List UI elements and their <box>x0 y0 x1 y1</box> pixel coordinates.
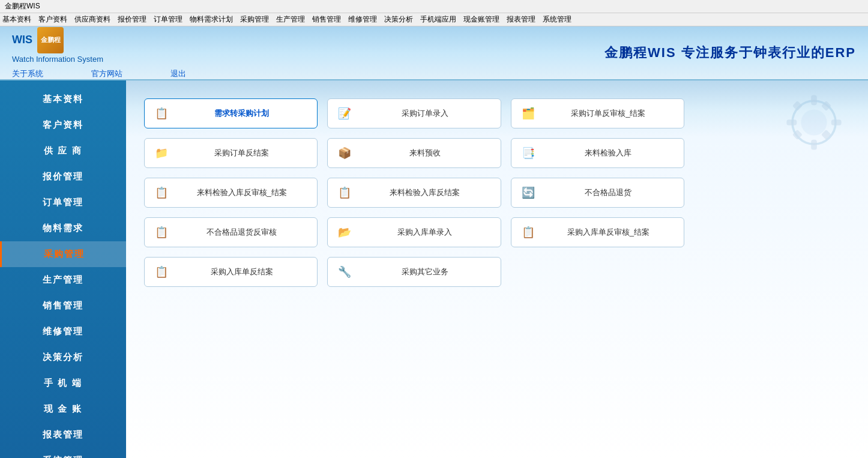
btn-caigou-ruku-fanshen[interactable]: 📋 采购入库单反审核_结案 <box>511 217 684 247</box>
btn-caigou-fanjie[interactable]: 📁 采购订单反结案 <box>144 138 318 168</box>
btn-icon-buhege-tuihuo: 🔄 <box>520 184 537 201</box>
svg-point-1 <box>801 109 827 135</box>
main-layout: 基本资料 客户资料 供 应 商 报价管理 订单管理 物料需求 采购管理 生产管理… <box>0 80 868 458</box>
menu-shouji[interactable]: 手机端应用 <box>420 14 456 25</box>
btn-icon-lailiao-fanshen: 📋 <box>153 184 170 201</box>
btn-buhege-tuihuo[interactable]: 🔄 不合格品退货 <box>511 178 684 208</box>
menu-shengchan[interactable]: 生产管理 <box>276 14 305 25</box>
btn-icon-caigou-fanjie: 📁 <box>153 145 170 161</box>
sidebar-item-jibenzi[interactable]: 基本资料 <box>0 86 126 112</box>
btn-label-lailiao-fanshen: 来料检验入库反审核_结案 <box>175 187 309 198</box>
sidebar-item-weixiu[interactable]: 维修管理 <box>0 319 126 345</box>
nav-logout[interactable]: 退出 <box>170 68 186 79</box>
gear-decoration <box>778 86 850 158</box>
header-left: WIS 金鹏程 Watch Information System 关于系统 官方… <box>12 27 186 79</box>
header-tagline: 金鹏程WIS 专注服务于钟表行业的ERP <box>604 44 856 62</box>
btn-lailiao-fanshen-jie[interactable]: 📋 来料检验入库反审核_结案 <box>144 178 318 208</box>
btn-label-xuqiu: 需求转采购计划 <box>175 108 309 119</box>
sidebar-item-dingdan[interactable]: 订单管理 <box>0 190 126 215</box>
btn-icon-caigou-ruku: 📂 <box>336 224 353 241</box>
btn-label-caigou-dingdan: 采购订单录入 <box>358 108 492 119</box>
sidebar-item-wuliao[interactable]: 物料需求 <box>0 215 126 241</box>
menu-gongyingshang[interactable]: 供应商资料 <box>74 14 110 25</box>
btn-label-lailiao-jianyan: 来料检验入库 <box>541 148 675 158</box>
sidebar-item-baobiao[interactable]: 报表管理 <box>0 422 126 448</box>
menu-caigou[interactable]: 采购管理 <box>240 14 269 25</box>
title-text: 金鹏程WIS <box>5 1 40 11</box>
title-bar: 金鹏程WIS <box>0 0 868 13</box>
menu-baojia[interactable]: 报价管理 <box>118 14 146 25</box>
sidebar-item-kehu[interactable]: 客户资料 <box>0 112 126 138</box>
btn-caigou-dingdan[interactable]: 📝 采购订单录入 <box>327 98 501 128</box>
btn-caigou-ruku-fanjie[interactable]: 📋 采购入库单反结案 <box>144 257 318 287</box>
sidebar-item-caigou[interactable]: 采购管理 <box>0 241 126 267</box>
btn-label-buhege-fanshen: 不合格品退货反审核 <box>175 227 309 238</box>
btn-label-lailiao-fanjie: 来料检验入库反结案 <box>358 187 492 198</box>
content-area: 📋 需求转采购计划 📝 采购订单录入 🗂️ 采购订单反审核_结案 📁 采购订单反… <box>126 80 868 458</box>
header-left-content: WIS 金鹏程 Watch Information System 关于系统 官方… <box>12 27 186 79</box>
btn-icon-lailiao-fanjie: 📋 <box>336 184 353 201</box>
btn-icon-caigou-fanshen: 🗂️ <box>520 105 537 122</box>
btn-icon-lailiao-jianyan: 📑 <box>520 145 537 161</box>
menu-xiaoshou[interactable]: 销售管理 <box>312 14 341 25</box>
sidebar: 基本资料 客户资料 供 应 商 报价管理 订单管理 物料需求 采购管理 生产管理… <box>0 80 126 458</box>
btn-icon-caigou-dingdan: 📝 <box>336 105 353 122</box>
btn-caigou-qita[interactable]: 🔧 采购其它业务 <box>327 257 501 287</box>
svg-rect-4 <box>786 119 797 125</box>
btn-xuqiu-caigou[interactable]: 📋 需求转采购计划 <box>144 98 318 128</box>
btn-lailiao-jianyan[interactable]: 📑 来料检验入库 <box>511 138 684 168</box>
menu-kehu[interactable]: 客户资料 <box>38 14 67 25</box>
nav-website[interactable]: 官方网站 <box>91 68 122 79</box>
menu-bar: 基本资料 客户资料 供应商资料 报价管理 订单管理 物料需求计划 采购管理 生产… <box>0 13 868 26</box>
btn-icon-xuqiu: 📋 <box>153 105 170 122</box>
btn-label-lailiao-yushou: 来料预收 <box>358 148 492 158</box>
sidebar-item-juece[interactable]: 决策分析 <box>0 345 126 370</box>
menu-wuliao[interactable]: 物料需求计划 <box>190 14 233 25</box>
sidebar-item-shouji[interactable]: 手 机 端 <box>0 370 126 396</box>
btn-icon-caigou-qita: 🔧 <box>336 264 353 280</box>
svg-rect-5 <box>831 119 842 125</box>
header: WIS 金鹏程 Watch Information System 关于系统 官方… <box>0 26 868 80</box>
menu-dingdan[interactable]: 订单管理 <box>154 14 182 25</box>
svg-rect-2 <box>811 95 817 105</box>
btn-buhege-fanshen[interactable]: 📋 不合格品退货反审核 <box>144 217 318 247</box>
sidebar-item-xitong[interactable]: 系统管理 <box>0 448 126 458</box>
btn-caigou-ruku[interactable]: 📂 采购入库单录入 <box>327 217 501 247</box>
sidebar-item-gongyingshang[interactable]: 供 应 商 <box>0 138 126 164</box>
logo-subtitle: Watch Information System <box>12 55 186 64</box>
btn-icon-caigou-ruku-fanshen: 📋 <box>520 224 537 241</box>
btn-lailiao-yushou[interactable]: 📦 来料预收 <box>327 138 501 168</box>
nav-about[interactable]: 关于系统 <box>12 68 43 79</box>
logo-icon: 金鹏程 <box>37 27 64 53</box>
btn-label-caigou-fanshen: 采购订单反审核_结案 <box>541 108 675 119</box>
sidebar-item-shengchan[interactable]: 生产管理 <box>0 267 126 293</box>
svg-rect-3 <box>811 140 817 150</box>
menu-xitong[interactable]: 系统管理 <box>543 14 571 25</box>
btn-caigou-fanshen-jie[interactable]: 🗂️ 采购订单反审核_结案 <box>511 98 684 128</box>
sidebar-item-xiaoshou[interactable]: 销售管理 <box>0 293 126 319</box>
btn-lailiao-fanjie[interactable]: 📋 来料检验入库反结案 <box>327 178 501 208</box>
btn-label-buhege-tuihuo: 不合格品退货 <box>541 187 675 198</box>
function-button-grid: 📋 需求转采购计划 📝 采购订单录入 🗂️ 采购订单反审核_结案 📁 采购订单反… <box>144 98 684 287</box>
menu-juece[interactable]: 决策分析 <box>384 14 413 25</box>
nav-links: 关于系统 官方网站 退出 <box>12 68 186 79</box>
btn-icon-lailiao-yushou: 📦 <box>336 145 353 161</box>
menu-xianjin[interactable]: 现金账管理 <box>463 14 499 25</box>
btn-label-caigou-qita: 采购其它业务 <box>358 267 492 277</box>
btn-label-caigou-ruku-fanshen: 采购入库单反审核_结案 <box>541 227 675 238</box>
logo-wis-text: WIS <box>12 34 32 46</box>
btn-label-caigou-ruku-fanjie: 采购入库单反结案 <box>175 267 309 277</box>
btn-icon-caigou-ruku-fanjie: 📋 <box>153 264 170 280</box>
sidebar-item-xianjin[interactable]: 现 金 账 <box>0 396 126 422</box>
sidebar-item-baojia[interactable]: 报价管理 <box>0 164 126 190</box>
btn-icon-buhege-fanshen: 📋 <box>153 224 170 241</box>
menu-baobiao[interactable]: 报表管理 <box>507 14 535 25</box>
btn-label-caigou-ruku: 采购入库单录入 <box>358 227 492 238</box>
menu-jibenzi[interactable]: 基本资料 <box>2 14 31 25</box>
menu-weixiu[interactable]: 维修管理 <box>348 14 377 25</box>
header-top-row: WIS 金鹏程 Watch Information System 关于系统 官方… <box>12 27 186 79</box>
svg-rect-6 <box>792 101 803 111</box>
btn-label-caigou-fanjie: 采购订单反结案 <box>175 148 309 158</box>
